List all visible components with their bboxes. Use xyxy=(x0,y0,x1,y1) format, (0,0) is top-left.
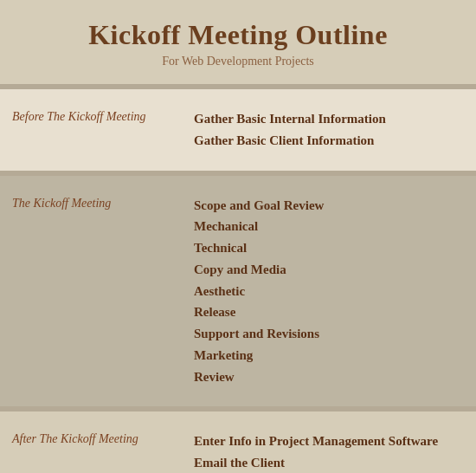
list-item: Release xyxy=(194,301,459,323)
list-item: Enter Info in Project Management Softwar… xyxy=(194,431,459,452)
list-item: Email the Client xyxy=(194,452,459,473)
section-after: After The Kickoff MeetingEnter Info in P… xyxy=(0,411,476,473)
section-label-meeting: The Kickoff Meeting xyxy=(12,195,194,388)
list-item: Mechanical xyxy=(194,216,459,237)
list-item: Aesthetic xyxy=(194,281,459,302)
list-item: Review xyxy=(194,366,459,388)
page-subtitle: For Web Development Projects xyxy=(9,55,467,68)
list-item: Gather Basic Internal Information xyxy=(194,108,459,130)
list-item: Copy and Media xyxy=(194,259,459,281)
section-items-meeting: Scope and Goal ReviewMechanicalTechnical… xyxy=(194,195,459,388)
header: Kickoff Meeting Outline For Web Developm… xyxy=(0,0,476,84)
section-label-before: Before The Kickoff Meeting xyxy=(12,108,194,152)
section-label-after: After The Kickoff Meeting xyxy=(12,431,194,473)
list-item: Support and Revisions xyxy=(194,323,459,345)
list-item: Gather Basic Client Information xyxy=(194,130,459,152)
section-items-before: Gather Basic Internal InformationGather … xyxy=(194,108,459,152)
list-item: Technical xyxy=(194,237,459,259)
section-before: Before The Kickoff MeetingGather Basic I… xyxy=(0,89,476,171)
page-title: Kickoff Meeting Outline xyxy=(9,19,467,51)
section-meeting: The Kickoff MeetingScope and Goal Review… xyxy=(0,176,476,407)
section-items-after: Enter Info in Project Management Softwar… xyxy=(194,431,459,473)
list-item: Marketing xyxy=(194,345,459,366)
list-item: Scope and Goal Review xyxy=(194,195,459,217)
